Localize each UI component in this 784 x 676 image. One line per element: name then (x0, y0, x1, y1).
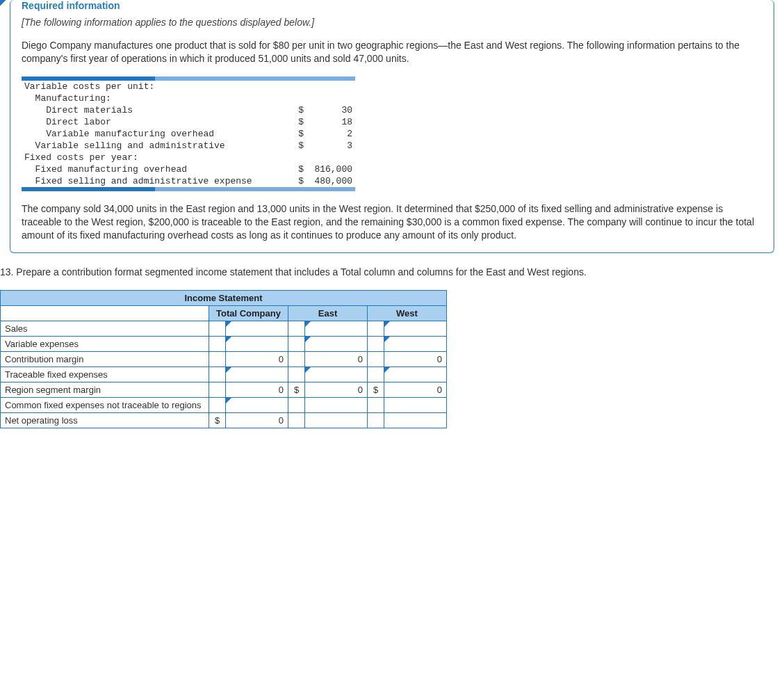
sym-cm-east (288, 352, 305, 367)
sym-trace-west[interactable] (368, 367, 384, 383)
input-sales-east[interactable] (305, 321, 368, 337)
input-trace-east[interactable] (305, 367, 368, 383)
input-varexp-west[interactable] (384, 337, 447, 352)
calc-cm-total: 0 (226, 352, 288, 367)
col-header-total: Total Company (209, 306, 288, 321)
income-statement-wrap: Income Statement Total Company East West… (0, 290, 784, 428)
calc-cm-west: 0 (384, 352, 447, 367)
label-sales[interactable]: Sales (1, 321, 209, 337)
required-title: Required information (22, 0, 762, 11)
cost-amt-dm: 30 (307, 104, 355, 116)
blank-common-west-sym (368, 398, 384, 413)
row-sales: Sales (1, 321, 447, 337)
blank-corner (1, 306, 209, 321)
sym-seg-east: $ (288, 383, 305, 398)
cost-sym-fmo: $ (286, 163, 307, 175)
blank-common-west (384, 398, 447, 413)
row-segment-margin: Region segment margin 0 $ 0 $ 0 (1, 383, 447, 398)
cost-label-fmo: Fixed manufacturing overhead (22, 163, 286, 175)
calc-seg-east: 0 (305, 383, 368, 398)
row-common-fixed: Common fixed expenses not traceable to r… (1, 398, 447, 413)
required-info-box: Required information [The following info… (10, 0, 774, 253)
blank-nl-east (305, 413, 368, 428)
applies-msg: [The following information applies to th… (22, 17, 762, 28)
label-varexp[interactable]: Variable expenses (1, 337, 209, 352)
calc-nl-total: 0 (226, 413, 288, 428)
cost-amt-dl: 18 (307, 116, 355, 128)
cost-amt-vsa: 3 (307, 140, 355, 152)
sym-nl-total: $ (209, 413, 226, 428)
question-text: 13. Prepare a contribution format segmen… (0, 266, 774, 279)
calc-seg-west: 0 (384, 383, 447, 398)
row-net-operating-loss: Net operating loss $ 0 (1, 413, 447, 428)
income-statement-table: Income Statement Total Company East West… (0, 290, 447, 428)
cost-table: Variable costs per unit: Manufacturing: … (22, 81, 355, 187)
label-netloss[interactable]: Net operating loss (1, 413, 209, 428)
cost-label-dm: Direct materials (22, 104, 286, 116)
cost-label-fsa: Fixed selling and administrative expense (22, 175, 286, 187)
sym-varexp-east[interactable] (288, 337, 305, 352)
cost-sym-vmo: $ (286, 128, 307, 140)
sym-common-total[interactable] (209, 398, 226, 413)
cost-label-vsa: Variable selling and administrative (22, 140, 286, 152)
blank-common-east (305, 398, 368, 413)
input-varexp-east[interactable] (305, 337, 368, 352)
blank-nl-east-sym (288, 413, 305, 428)
input-trace-west[interactable] (384, 367, 447, 383)
input-varexp-total[interactable] (226, 337, 288, 352)
sym-sales-east[interactable] (288, 321, 305, 337)
cost-amt-fmo: 816,000 (307, 163, 355, 175)
label-trace[interactable]: Traceable fixed expenses (1, 367, 209, 383)
cost-amt-fsa: 480,000 (307, 175, 355, 187)
sym-trace-east[interactable] (288, 367, 305, 383)
input-common-total[interactable] (226, 398, 288, 413)
cost-amt-vmo: 2 (307, 128, 355, 140)
sym-varexp-west[interactable] (368, 337, 384, 352)
col-header-west: West (368, 306, 447, 321)
calc-seg-total: 0 (226, 383, 288, 398)
sym-seg-total (209, 383, 226, 398)
problem-para-2: The company sold 34,000 units in the Eas… (22, 202, 762, 242)
col-header-east: East (288, 306, 368, 321)
sym-sales-total[interactable] (209, 321, 226, 337)
cost-label-vmo: Variable manufacturing overhead (22, 128, 286, 140)
sym-varexp-total[interactable] (209, 337, 226, 352)
cost-heading-fixed: Fixed costs per year: (22, 152, 355, 163)
sym-sales-west[interactable] (368, 321, 384, 337)
cost-label-dl: Direct labor (22, 116, 286, 128)
blank-nl-west (384, 413, 447, 428)
label-cm[interactable]: Contribution margin (1, 352, 209, 367)
cost-sym-dl: $ (286, 116, 307, 128)
problem-para-1: Diego Company manufactures one product t… (22, 39, 762, 65)
income-title: Income Statement (1, 291, 447, 306)
sym-cm-total (209, 352, 226, 367)
cost-heading-mfg: Manufacturing: (22, 92, 355, 104)
label-segmargin[interactable]: Region segment margin (1, 383, 209, 398)
label-common[interactable]: Common fixed expenses not traceable to r… (1, 398, 209, 413)
sym-trace-total[interactable] (209, 367, 226, 383)
calc-cm-east: 0 (305, 352, 368, 367)
sym-seg-west: $ (368, 383, 384, 398)
cost-data-block: Variable costs per unit: Manufacturing: … (22, 77, 762, 191)
cost-sym-dm: $ (286, 104, 307, 116)
sym-cm-west (368, 352, 384, 367)
input-sales-west[interactable] (384, 321, 447, 337)
blank-common-east-sym (288, 398, 305, 413)
cost-sym-fsa: $ (286, 175, 307, 187)
cost-heading-varunit: Variable costs per unit: (22, 81, 355, 92)
input-trace-total[interactable] (226, 367, 288, 383)
divider-bottom (22, 187, 355, 191)
input-sales-total[interactable] (226, 321, 288, 337)
blank-nl-west-sym (368, 413, 384, 428)
row-contribution-margin: Contribution margin 0 0 0 (1, 352, 447, 367)
row-traceable-fixed: Traceable fixed expenses (1, 367, 447, 383)
cost-sym-vsa: $ (286, 140, 307, 152)
row-variable-expenses: Variable expenses (1, 337, 447, 352)
